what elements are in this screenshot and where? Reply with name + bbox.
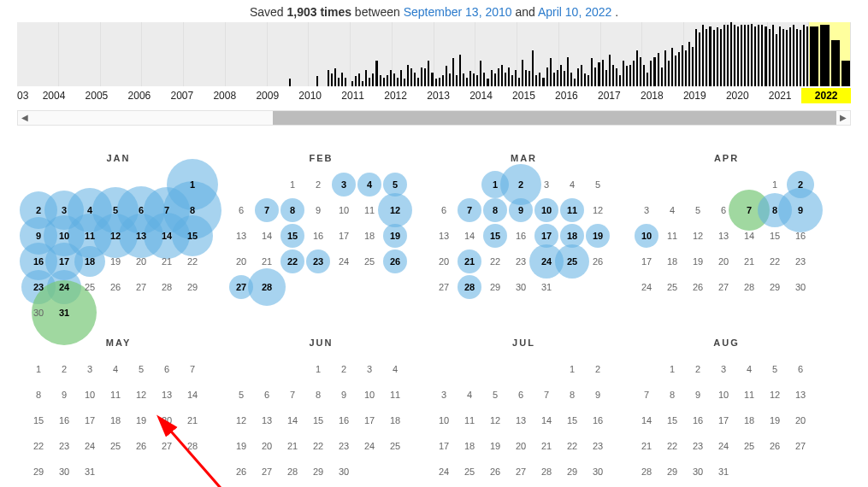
day-feb-7[interactable]: 7 — [254, 197, 280, 223]
day-jun-8: 8 — [305, 382, 331, 408]
day-feb-28[interactable]: 28 — [254, 274, 280, 300]
day-mar-5: 5 — [585, 172, 611, 197]
year-link-2007[interactable]: 2007 — [161, 90, 204, 102]
day-mar-7[interactable]: 7 — [457, 197, 482, 223]
day-mar-22: 22 — [482, 249, 508, 274]
day-feb-22[interactable]: 22 — [280, 249, 305, 274]
year-link-2008[interactable]: 2008 — [204, 90, 246, 102]
day-apr-9[interactable]: 9 — [788, 197, 813, 223]
day-mar-15[interactable]: 15 — [482, 223, 508, 249]
day-feb-12[interactable]: 12 — [382, 197, 408, 223]
year-link-03[interactable]: 03 — [17, 90, 32, 102]
day-may-13: 13 — [154, 382, 180, 408]
summary-date-start[interactable]: September 13, 2010 — [404, 5, 512, 19]
year-link-2017[interactable]: 2017 — [588, 90, 630, 102]
day-jan-18[interactable]: 18 — [77, 249, 103, 274]
day-aug-23: 23 — [685, 433, 711, 459]
year-slot-2016[interactable] — [559, 22, 601, 86]
year-slot-2010[interactable] — [309, 22, 351, 86]
year-link-2019[interactable]: 2019 — [673, 90, 716, 102]
year-slot-2006[interactable] — [142, 22, 184, 86]
day-feb-19[interactable]: 19 — [382, 223, 408, 249]
year-slot-2012[interactable] — [393, 22, 434, 86]
day-mar-25[interactable]: 25 — [559, 249, 585, 274]
year-link-2012[interactable]: 2012 — [375, 90, 417, 102]
day-feb-3[interactable]: 3 — [331, 172, 357, 197]
year-link-2016[interactable]: 2016 — [545, 90, 588, 102]
scroll-track[interactable] — [32, 111, 836, 125]
scroll-thumb[interactable] — [273, 111, 836, 125]
year-link-2005[interactable]: 2005 — [75, 90, 118, 102]
summary-date-end[interactable]: April 10, 2022 — [538, 5, 611, 19]
day-mar-9[interactable]: 9 — [508, 197, 534, 223]
day-aug-28: 28 — [634, 459, 659, 484]
year-link-2004[interactable]: 2004 — [32, 90, 75, 102]
day-jul-20: 20 — [508, 433, 534, 459]
year-slot-2014[interactable] — [475, 22, 517, 86]
day-may-19: 19 — [128, 408, 154, 433]
year-slot-2011[interactable] — [351, 22, 393, 86]
day-jan-15[interactable]: 15 — [180, 223, 205, 249]
year-link-2011[interactable]: 2011 — [332, 90, 375, 102]
day-jan-31[interactable]: 31 — [51, 300, 77, 326]
year-slot-2009[interactable] — [268, 22, 310, 86]
day-mar-10[interactable]: 10 — [534, 197, 559, 223]
year-link-2013[interactable]: 2013 — [417, 90, 460, 102]
day-mar-8[interactable]: 8 — [482, 197, 508, 223]
year-link-2015[interactable]: 2015 — [502, 90, 545, 102]
day-apr-5: 5 — [685, 197, 711, 223]
day-jul-14: 14 — [534, 408, 559, 433]
day-mar-20: 20 — [431, 249, 457, 274]
day-mar-11[interactable]: 11 — [559, 197, 585, 223]
year-link-2022[interactable]: 2022 — [801, 88, 851, 103]
year-slot-2020[interactable] — [726, 22, 768, 86]
day-mar-6: 6 — [431, 197, 457, 223]
day-feb-26[interactable]: 26 — [382, 249, 408, 274]
day-mar-26: 26 — [585, 249, 611, 274]
year-slot-2003[interactable] — [17, 22, 59, 86]
day-mar-2[interactable]: 2 — [508, 172, 534, 197]
year-slot-2004[interactable] — [59, 22, 101, 86]
day-aug-7: 7 — [634, 382, 659, 408]
year-bar-chart[interactable] — [17, 22, 851, 86]
year-slot-2008[interactable] — [226, 22, 268, 86]
day-jul-11: 11 — [457, 408, 482, 433]
year-slot-2013[interactable] — [434, 22, 476, 86]
year-slot-2021[interactable] — [768, 22, 810, 86]
day-jun-19: 19 — [228, 433, 254, 459]
year-link-2010[interactable]: 2010 — [289, 90, 332, 102]
month-title: JUN — [220, 336, 422, 356]
scroll-right-arrow-icon[interactable]: ▶ — [836, 112, 850, 124]
day-mar-28[interactable]: 28 — [457, 274, 482, 300]
day-feb-24: 24 — [331, 249, 357, 274]
year-slot-2018[interactable] — [642, 22, 684, 86]
year-link-2014[interactable]: 2014 — [460, 90, 503, 102]
day-may-15: 15 — [26, 408, 51, 433]
day-mar-21[interactable]: 21 — [457, 249, 482, 274]
day-aug-22: 22 — [659, 433, 685, 459]
year-link-2020[interactable]: 2020 — [716, 90, 759, 102]
year-slot-2007[interactable] — [184, 22, 226, 86]
day-feb-4[interactable]: 4 — [357, 172, 382, 197]
year-slot-2017[interactable] — [601, 22, 643, 86]
day-feb-15[interactable]: 15 — [280, 223, 305, 249]
day-mar-19[interactable]: 19 — [585, 223, 611, 249]
day-apr-10[interactable]: 10 — [634, 223, 659, 249]
year-link-2006[interactable]: 2006 — [118, 90, 161, 102]
day-feb-8[interactable]: 8 — [280, 197, 305, 223]
year-slot-2005[interactable] — [101, 22, 143, 86]
day-jul-5: 5 — [482, 382, 508, 408]
year-slot-2022[interactable] — [809, 22, 851, 86]
year-link-2018[interactable]: 2018 — [630, 90, 673, 102]
day-jan-20: 20 — [128, 249, 154, 274]
year-slot-2019[interactable] — [684, 22, 726, 86]
year-link-2009[interactable]: 2009 — [246, 90, 289, 102]
day-jul-16: 16 — [585, 408, 611, 433]
year-slot-2015[interactable] — [517, 22, 559, 86]
day-feb-23[interactable]: 23 — [305, 249, 331, 274]
timeline-scrollbar[interactable]: ◀ ▶ — [17, 110, 851, 126]
year-link-2021[interactable]: 2021 — [759, 90, 801, 102]
day-jun-26: 26 — [228, 459, 254, 484]
day-may-3: 3 — [77, 356, 103, 382]
scroll-left-arrow-icon[interactable]: ◀ — [18, 112, 32, 124]
